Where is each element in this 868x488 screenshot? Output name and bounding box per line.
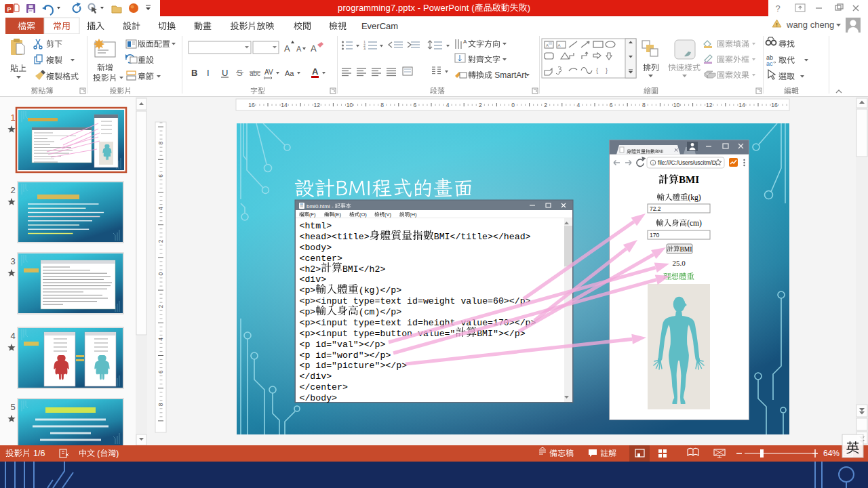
svg-text:72.2: 72.2 xyxy=(650,205,661,212)
svg-text:14: 14 xyxy=(281,102,288,108)
svg-text:8: 8 xyxy=(380,102,384,108)
svg-text:</div>: </div> xyxy=(300,371,332,382)
svg-text:2: 2 xyxy=(157,239,164,243)
svg-text:4: 4 xyxy=(10,331,15,341)
svg-text:A: A xyxy=(546,43,549,47)
svg-text:!: ! xyxy=(776,22,778,28)
svg-text:A: A xyxy=(558,43,561,47)
svg-text:170: 170 xyxy=(650,232,659,239)
svg-text:10: 10 xyxy=(347,102,353,108)
svg-text:wang cheng: wang cheng xyxy=(786,20,834,30)
svg-text:<p>: <p> xyxy=(300,307,316,317)
svg-text:4: 4 xyxy=(157,338,164,341)
svg-text:BMI</title></head>: BMI</title></head> xyxy=(434,232,531,242)
svg-text:<head><title>: <head><title> xyxy=(300,232,370,242)
svg-text:?: ? xyxy=(775,3,780,14)
svg-text:U: U xyxy=(222,68,228,78)
svg-text:(cm): (cm) xyxy=(687,219,702,228)
svg-text:2: 2 xyxy=(544,102,547,108)
svg-text:<div>: <div> xyxy=(300,274,327,285)
svg-text:<p><input type=text id=weight: <p><input type=text id=weight value=60><… xyxy=(300,296,531,306)
svg-text:6: 6 xyxy=(157,370,164,373)
svg-text:A: A xyxy=(463,39,467,45)
svg-text:0: 0 xyxy=(157,272,164,275)
svg-text:</center>: </center> xyxy=(300,382,348,392)
svg-text:16: 16 xyxy=(771,102,778,108)
svg-text:B: B xyxy=(191,68,197,78)
svg-text:<p id="word"></p>: <p id="word"></p> xyxy=(300,350,391,361)
svg-text:Aa: Aa xyxy=(285,69,294,77)
svg-text:1: 1 xyxy=(10,113,15,123)
svg-text:EverCam: EverCam xyxy=(361,21,398,31)
svg-text:(kg): (kg) xyxy=(688,193,701,202)
svg-text:(cm)</p>: (cm)</p> xyxy=(359,307,402,317)
svg-text:{: { xyxy=(596,67,598,74)
svg-text:BMI</h2>: BMI</h2> xyxy=(342,264,386,274)
svg-text:3: 3 xyxy=(10,256,15,266)
svg-text:A: A xyxy=(296,45,302,53)
svg-text:abc: abc xyxy=(250,70,260,77)
svg-text:BMI: BMI xyxy=(679,174,699,185)
svg-text:A: A xyxy=(284,43,290,54)
svg-text:3: 3 xyxy=(363,47,366,51)
svg-text:8: 8 xyxy=(642,102,646,108)
svg-text:8: 8 xyxy=(157,142,164,145)
svg-text:<p>: <p> xyxy=(300,285,316,296)
svg-text:1/6: 1/6 xyxy=(33,449,45,458)
svg-text:<p id="val"></p>: <p id="val"></p> xyxy=(300,340,386,350)
svg-text:8: 8 xyxy=(157,403,164,406)
svg-text:I: I xyxy=(207,68,210,78)
svg-text:ac: ac xyxy=(766,60,773,67)
svg-text:6: 6 xyxy=(610,102,613,108)
svg-text:(F): (F) xyxy=(309,211,316,218)
svg-text:SmartArt: SmartArt xyxy=(494,70,527,80)
svg-text:(O): (O) xyxy=(359,211,367,218)
svg-text:): ) xyxy=(116,449,119,458)
svg-text:programming7.pptx - PowerPoin: programming7.pptx - PowerPoint ( xyxy=(338,3,475,13)
svg-text:12: 12 xyxy=(706,102,713,108)
svg-text:0: 0 xyxy=(511,102,515,108)
svg-text:bmi0.html -: bmi0.html - xyxy=(307,203,334,209)
svg-text:6: 6 xyxy=(157,174,164,178)
svg-text:64%: 64% xyxy=(823,449,840,458)
svg-text:2: 2 xyxy=(479,102,482,108)
svg-text:(: ( xyxy=(97,449,100,458)
svg-text:4: 4 xyxy=(446,102,450,108)
svg-text:<html>: <html> xyxy=(300,221,332,231)
svg-text:5: 5 xyxy=(10,402,15,412)
svg-text:A: A xyxy=(312,66,319,77)
svg-text:(E): (E) xyxy=(334,211,341,218)
svg-text:25.0: 25.0 xyxy=(672,259,686,267)
svg-text:</body>: </body> xyxy=(300,393,338,403)
svg-text:<h2>: <h2> xyxy=(300,264,321,274)
svg-text:): ) xyxy=(528,3,530,13)
svg-text:(V): (V) xyxy=(384,211,391,218)
svg-text:6: 6 xyxy=(414,102,417,108)
svg-text:(kg)</p>: (kg)</p> xyxy=(359,285,402,296)
svg-text:BMI: BMI xyxy=(680,246,692,253)
svg-text:<center>: <center> xyxy=(300,253,343,264)
svg-text:file:///C:/Users/uscitm/D: file:///C:/Users/uscitm/D xyxy=(658,159,716,166)
svg-text:2: 2 xyxy=(157,305,164,308)
svg-text:4: 4 xyxy=(157,207,164,210)
svg-text:(H): (H) xyxy=(410,211,417,218)
svg-text:10: 10 xyxy=(673,102,680,108)
svg-text:4: 4 xyxy=(577,102,580,108)
svg-text:<p id="picture"></p>: <p id="picture"></p> xyxy=(300,361,408,371)
svg-text:<body>: <body> xyxy=(300,243,332,253)
svg-text:14: 14 xyxy=(738,102,745,108)
svg-text:12: 12 xyxy=(314,102,321,108)
svg-text:}: } xyxy=(606,67,608,74)
svg-text:2: 2 xyxy=(10,185,15,195)
svg-text:P: P xyxy=(7,6,11,13)
svg-text:AV: AV xyxy=(264,68,273,76)
svg-text:16: 16 xyxy=(248,102,255,108)
svg-text:A: A xyxy=(311,43,317,54)
